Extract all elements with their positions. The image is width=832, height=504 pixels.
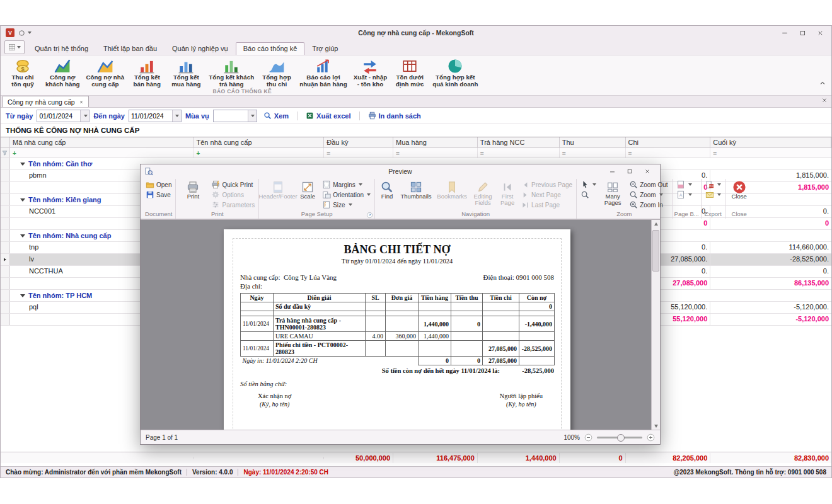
- thumbnails-button[interactable]: Thumbnails: [398, 180, 434, 201]
- ribbon-item-xuat-nhap-ton-kho[interactable]: Xuất - nhập- tồn kho: [350, 57, 390, 88]
- cell-cuoi-ky[interactable]: -28,525,000.: [710, 254, 831, 265]
- cell-cuoi-ky[interactable]: -5,120,000.: [710, 302, 831, 313]
- export-to-button[interactable]: PDF: [703, 180, 723, 190]
- close-button[interactable]: [811, 27, 829, 38]
- zoom-in-button[interactable]: Zoom In: [627, 200, 669, 210]
- ribbon-item-bao-cao-loi-nhuan[interactable]: Báo cáo lợinhuận bán hàng: [296, 57, 350, 88]
- watermark-button[interactable]: A: [674, 190, 694, 200]
- maximize-button[interactable]: [794, 27, 811, 38]
- editing-fields-button[interactable]: Editing Fields: [470, 180, 495, 207]
- tab-tro-giup[interactable]: Trợ giúp: [304, 42, 345, 55]
- export-excel-button[interactable]: Xuất excel: [303, 112, 353, 120]
- header-footer-button[interactable]: Header/Footer: [261, 180, 295, 201]
- col-header-mua-hang[interactable]: Mua hàng: [393, 137, 478, 147]
- filter-cell-cuoi-ky[interactable]: =: [710, 148, 831, 158]
- season-dropdown-icon[interactable]: [248, 110, 257, 122]
- col-header-ten-ncc[interactable]: Tên nhà cung cấp: [194, 137, 325, 147]
- ribbon-item-cong-no-khach-hang[interactable]: Công nợkhách hàng: [42, 57, 83, 88]
- ribbon-item-cong-no-nha-cung-cap[interactable]: Công nợ nhàcung cấp: [83, 57, 127, 88]
- filter-cell-mua-hang[interactable]: =: [393, 148, 478, 158]
- tab-close-icon[interactable]: [79, 100, 84, 105]
- tab-quan-ly-nghiep-vu[interactable]: Quản lý nghiệp vụ: [165, 42, 236, 55]
- filter-cell-ten[interactable]: +: [194, 148, 325, 158]
- filter-cell-thu[interactable]: =: [560, 148, 626, 158]
- col-header-dau-ky[interactable]: Đầu kỳ: [324, 137, 393, 147]
- to-date-dropdown-icon[interactable]: [172, 110, 181, 122]
- print-button[interactable]: Print: [178, 180, 208, 201]
- quick-access-caret-icon[interactable]: [28, 32, 32, 34]
- zoom-in-slider-icon[interactable]: [647, 433, 655, 442]
- quick-access-icon[interactable]: [18, 30, 25, 37]
- first-page-button[interactable]: First Page: [497, 180, 518, 207]
- cell-cuoi-ky[interactable]: 0.: [710, 266, 831, 277]
- save-button[interactable]: Save: [144, 190, 173, 200]
- many-pages-button[interactable]: Many Pages: [599, 180, 626, 207]
- zoom-slider-thumb[interactable]: [617, 434, 625, 442]
- close-preview-button[interactable]: Close: [727, 180, 751, 201]
- page-color-button[interactable]: [674, 180, 694, 190]
- last-page-button[interactable]: Last Page: [519, 200, 574, 210]
- ribbon-item-tong-ket-khach-tra-hang[interactable]: Tổng kết kháchtrả hàng: [205, 57, 257, 88]
- ribbon-item-tong-hop-thu-chi[interactable]: Tổng hợpthu chi: [257, 57, 296, 88]
- preview-titlebar[interactable]: Preview: [141, 164, 660, 178]
- hand-tool-button[interactable]: [579, 190, 598, 200]
- orientation-button[interactable]: Orientation: [320, 190, 373, 200]
- collapse-icon[interactable]: [20, 163, 25, 166]
- next-page-button[interactable]: Next Page: [519, 190, 574, 200]
- ribbon-item-ton-duoi-dinh-muc[interactable]: Tồn dướiđịnh mức: [390, 57, 429, 88]
- doc-tab-cong-no-nha-cung-cap[interactable]: Công nợ nhà cung cấp: [3, 96, 89, 107]
- tabstrip-close-icon[interactable]: [821, 97, 828, 103]
- mouse-pointer-button[interactable]: [579, 180, 598, 190]
- to-date-value[interactable]: [129, 110, 172, 122]
- application-menu-button[interactable]: [4, 40, 25, 54]
- filter-cell-ma[interactable]: +: [10, 148, 194, 158]
- parameters-button[interactable]: Parameters: [209, 200, 257, 210]
- col-header-chi[interactable]: Chi: [626, 137, 711, 147]
- print-list-button[interactable]: In danh sách: [366, 112, 424, 120]
- scale-button[interactable]: Scale: [296, 180, 319, 201]
- scroll-up-icon[interactable]: [654, 220, 658, 228]
- from-date-dropdown-icon[interactable]: [80, 110, 89, 122]
- season-value[interactable]: [214, 110, 248, 122]
- collapse-icon[interactable]: [20, 294, 25, 297]
- from-date-value[interactable]: [37, 110, 80, 122]
- filter-cell-chi[interactable]: =: [626, 148, 711, 158]
- page-setup-dialog-launcher-icon[interactable]: [366, 212, 373, 219]
- ribbon-item-thu-chi-ton-quy[interactable]: $ Thu chitồn quỹ: [3, 57, 42, 88]
- from-date-input[interactable]: [37, 110, 90, 122]
- collapse-icon[interactable]: [20, 198, 25, 202]
- zoom-out-button[interactable]: Zoom Out: [627, 180, 669, 190]
- quick-print-button[interactable]: Quick Print: [209, 180, 257, 190]
- tab-quan-tri-he-thong[interactable]: Quản trị hệ thống: [27, 42, 96, 55]
- filter-cell-tra-hang[interactable]: =: [478, 148, 560, 158]
- col-header-cuoi-ky[interactable]: Cuối kỳ: [710, 137, 831, 147]
- margins-button[interactable]: Margins: [320, 180, 373, 190]
- ribbon-item-tong-ket-mua-hang[interactable]: Tổng kếtmua hàng: [166, 57, 205, 88]
- filter-cell-dau-ky[interactable]: =: [324, 148, 393, 158]
- col-header-thu[interactable]: Thu: [560, 137, 626, 147]
- send-email-button[interactable]: [703, 190, 723, 200]
- col-header-ma-ncc[interactable]: Mã nhà cung cấp: [10, 137, 194, 147]
- minimize-button[interactable]: [776, 27, 794, 38]
- tab-thiet-lap-ban-dau[interactable]: Thiết lập ban đầu: [96, 42, 165, 55]
- ribbon-collapse-icon[interactable]: [819, 79, 826, 87]
- preview-minimize-button[interactable]: [603, 166, 621, 177]
- bookmarks-button[interactable]: Bookmarks: [435, 180, 469, 201]
- zoom-out-slider-icon[interactable]: [584, 433, 592, 442]
- tab-bao-cao-thong-ke[interactable]: Báo cáo thống kê: [236, 42, 305, 55]
- collapse-icon[interactable]: [20, 234, 25, 238]
- preview-vertical-scrollbar[interactable]: [651, 220, 660, 430]
- preview-maximize-button[interactable]: [621, 166, 638, 177]
- col-header-tra-hang-ncc[interactable]: Trả hàng NCC: [478, 137, 560, 147]
- scroll-thumb[interactable]: [652, 230, 659, 272]
- to-date-input[interactable]: [129, 110, 182, 122]
- zoom-slider[interactable]: [597, 437, 642, 438]
- cell-cuoi-ky[interactable]: 114,660,000.: [710, 242, 831, 253]
- ribbon-item-tong-ket-ban-hang[interactable]: Tổng kếtbán hàng: [127, 57, 166, 88]
- find-button[interactable]: Find: [377, 180, 397, 201]
- season-select[interactable]: [213, 110, 257, 122]
- options-button[interactable]: Options: [209, 190, 257, 200]
- view-button[interactable]: Xem: [261, 112, 291, 120]
- open-button[interactable]: Open: [144, 180, 173, 190]
- zoom-button[interactable]: Zoom: [627, 190, 669, 200]
